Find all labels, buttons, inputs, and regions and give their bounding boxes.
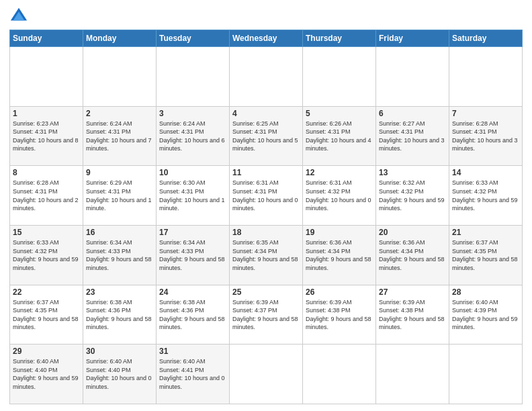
day-info: Sunrise: 6:29 AM Sunset: 4:31 PM Dayligh… [86, 179, 153, 212]
day-info: Sunrise: 6:24 AM Sunset: 4:31 PM Dayligh… [159, 120, 226, 153]
table-row [230, 47, 303, 107]
day-number: 15 [13, 228, 80, 237]
calendar-week-row: 15 Sunrise: 6:33 AM Sunset: 4:32 PM Dayl… [10, 225, 523, 285]
table-row [10, 47, 83, 107]
day-number: 30 [86, 347, 153, 356]
table-row: 6 Sunrise: 6:27 AM Sunset: 4:31 PM Dayli… [376, 106, 449, 166]
day-number: 14 [452, 168, 519, 177]
day-number: 4 [232, 109, 300, 118]
day-info: Sunrise: 6:40 AM Sunset: 4:41 PM Dayligh… [159, 357, 226, 391]
day-info: Sunrise: 6:24 AM Sunset: 4:31 PM Dayligh… [86, 120, 153, 153]
day-number: 18 [232, 228, 300, 237]
day-number: 9 [86, 168, 153, 177]
table-row [157, 47, 230, 107]
table-row: 28 Sunrise: 6:40 AM Sunset: 4:39 PM Dayl… [449, 285, 523, 345]
day-number: 23 [86, 287, 153, 297]
day-info: Sunrise: 6:40 AM Sunset: 4:39 PM Dayligh… [452, 298, 519, 332]
day-number: 12 [306, 168, 373, 177]
day-info: Sunrise: 6:27 AM Sunset: 4:31 PM Dayligh… [379, 120, 446, 153]
day-number: 2 [86, 109, 153, 118]
table-row: 18 Sunrise: 6:35 AM Sunset: 4:34 PM Dayl… [230, 225, 303, 285]
table-row [83, 47, 157, 107]
day-info: Sunrise: 6:36 AM Sunset: 4:34 PM Dayligh… [379, 238, 446, 272]
table-row: 24 Sunrise: 6:38 AM Sunset: 4:36 PM Dayl… [157, 285, 230, 345]
day-number: 25 [232, 287, 300, 297]
table-row: 13 Sunrise: 6:32 AM Sunset: 4:32 PM Dayl… [376, 166, 449, 226]
day-info: Sunrise: 6:26 AM Sunset: 4:31 PM Dayligh… [306, 120, 373, 153]
logo [9, 7, 31, 26]
day-info: Sunrise: 6:37 AM Sunset: 4:35 PM Dayligh… [452, 238, 519, 272]
table-row: 16 Sunrise: 6:34 AM Sunset: 4:33 PM Dayl… [83, 225, 157, 285]
table-row [449, 47, 523, 107]
day-number: 8 [13, 168, 80, 177]
day-number: 3 [159, 109, 226, 118]
general-blue-logo-icon [9, 7, 28, 26]
calendar-week-row: 29 Sunrise: 6:40 AM Sunset: 4:40 PM Dayl… [10, 345, 523, 404]
day-info: Sunrise: 6:38 AM Sunset: 4:36 PM Dayligh… [86, 298, 153, 332]
table-row [303, 345, 376, 404]
day-number: 16 [86, 228, 153, 237]
table-row: 15 Sunrise: 6:33 AM Sunset: 4:32 PM Dayl… [10, 225, 83, 285]
table-row: 10 Sunrise: 6:30 AM Sunset: 4:31 PM Dayl… [157, 166, 230, 226]
day-info: Sunrise: 6:40 AM Sunset: 4:40 PM Dayligh… [86, 357, 153, 391]
day-number: 13 [379, 168, 446, 177]
table-row: 7 Sunrise: 6:28 AM Sunset: 4:31 PM Dayli… [449, 106, 523, 166]
day-info: Sunrise: 6:32 AM Sunset: 4:32 PM Dayligh… [379, 179, 446, 212]
table-row: 17 Sunrise: 6:34 AM Sunset: 4:33 PM Dayl… [157, 225, 230, 285]
day-info: Sunrise: 6:25 AM Sunset: 4:31 PM Dayligh… [232, 120, 300, 153]
day-number: 21 [452, 228, 519, 237]
table-row: 9 Sunrise: 6:29 AM Sunset: 4:31 PM Dayli… [83, 166, 157, 226]
day-number: 1 [13, 109, 80, 118]
table-row: 19 Sunrise: 6:36 AM Sunset: 4:34 PM Dayl… [303, 225, 376, 285]
day-info: Sunrise: 6:31 AM Sunset: 4:32 PM Dayligh… [306, 179, 373, 212]
col-friday: Friday [376, 30, 449, 47]
table-row: 12 Sunrise: 6:31 AM Sunset: 4:32 PM Dayl… [303, 166, 376, 226]
table-row: 21 Sunrise: 6:37 AM Sunset: 4:35 PM Dayl… [449, 225, 523, 285]
table-row [230, 345, 303, 404]
col-saturday: Saturday [449, 30, 523, 47]
table-row: 30 Sunrise: 6:40 AM Sunset: 4:40 PM Dayl… [83, 345, 157, 404]
table-row: 25 Sunrise: 6:39 AM Sunset: 4:37 PM Dayl… [230, 285, 303, 345]
table-row: 26 Sunrise: 6:39 AM Sunset: 4:38 PM Dayl… [303, 285, 376, 345]
table-row: 23 Sunrise: 6:38 AM Sunset: 4:36 PM Dayl… [83, 285, 157, 345]
day-number: 20 [379, 228, 446, 237]
day-info: Sunrise: 6:39 AM Sunset: 4:38 PM Dayligh… [306, 298, 373, 332]
table-row: 22 Sunrise: 6:37 AM Sunset: 4:35 PM Dayl… [10, 285, 83, 345]
col-wednesday: Wednesday [230, 30, 303, 47]
table-row: 20 Sunrise: 6:36 AM Sunset: 4:34 PM Dayl… [376, 225, 449, 285]
day-number: 7 [452, 109, 519, 118]
col-sunday: Sunday [10, 30, 83, 47]
page: Sunday Monday Tuesday Wednesday Thursday… [0, 0, 532, 411]
day-info: Sunrise: 6:28 AM Sunset: 4:31 PM Dayligh… [13, 179, 80, 212]
table-row: 5 Sunrise: 6:26 AM Sunset: 4:31 PM Dayli… [303, 106, 376, 166]
table-row [376, 345, 449, 404]
calendar-week-row [10, 47, 523, 107]
calendar-week-row: 1 Sunrise: 6:23 AM Sunset: 4:31 PM Dayli… [10, 106, 523, 166]
day-info: Sunrise: 6:33 AM Sunset: 4:32 PM Dayligh… [13, 238, 80, 272]
table-row: 27 Sunrise: 6:39 AM Sunset: 4:38 PM Dayl… [376, 285, 449, 345]
table-row: 14 Sunrise: 6:33 AM Sunset: 4:32 PM Dayl… [449, 166, 523, 226]
day-number: 6 [379, 109, 446, 118]
day-number: 27 [379, 287, 446, 297]
day-number: 5 [306, 109, 373, 118]
day-number: 10 [159, 168, 226, 177]
col-tuesday: Tuesday [157, 30, 230, 47]
table-row: 11 Sunrise: 6:31 AM Sunset: 4:31 PM Dayl… [230, 166, 303, 226]
day-info: Sunrise: 6:34 AM Sunset: 4:33 PM Dayligh… [86, 238, 153, 272]
day-info: Sunrise: 6:23 AM Sunset: 4:31 PM Dayligh… [13, 120, 80, 153]
day-info: Sunrise: 6:33 AM Sunset: 4:32 PM Dayligh… [452, 179, 519, 212]
day-number: 26 [306, 287, 373, 297]
col-thursday: Thursday [303, 30, 376, 47]
day-info: Sunrise: 6:36 AM Sunset: 4:34 PM Dayligh… [306, 238, 373, 272]
day-number: 17 [159, 228, 226, 237]
table-row: 31 Sunrise: 6:40 AM Sunset: 4:41 PM Dayl… [157, 345, 230, 404]
table-row: 4 Sunrise: 6:25 AM Sunset: 4:31 PM Dayli… [230, 106, 303, 166]
day-info: Sunrise: 6:34 AM Sunset: 4:33 PM Dayligh… [159, 238, 226, 272]
table-row: 1 Sunrise: 6:23 AM Sunset: 4:31 PM Dayli… [10, 106, 83, 166]
day-info: Sunrise: 6:28 AM Sunset: 4:31 PM Dayligh… [452, 120, 519, 153]
table-row: 29 Sunrise: 6:40 AM Sunset: 4:40 PM Dayl… [10, 345, 83, 404]
day-number: 29 [13, 347, 80, 356]
col-monday: Monday [83, 30, 157, 47]
table-row: 3 Sunrise: 6:24 AM Sunset: 4:31 PM Dayli… [157, 106, 230, 166]
table-row [449, 345, 523, 404]
